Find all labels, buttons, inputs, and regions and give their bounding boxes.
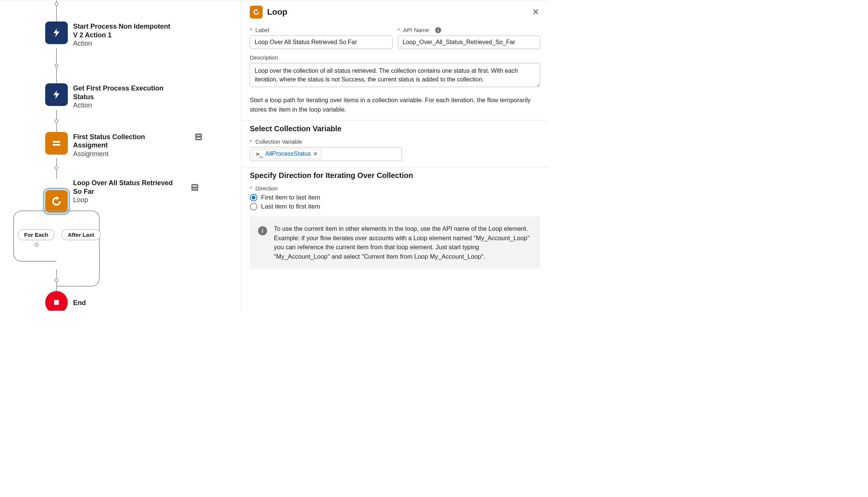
node-type: Assignment <box>73 150 175 158</box>
node-title: Start Process Non Idempotent V 2 Action … <box>73 22 175 39</box>
description-field-label: Description <box>250 54 540 61</box>
note-icon[interactable] <box>191 184 198 191</box>
node-type: Loop <box>73 196 175 204</box>
note-icon[interactable] <box>195 133 202 140</box>
label-input[interactable] <box>250 35 393 49</box>
direction-label: *Direction <box>250 185 540 192</box>
radio-label: First item to last item <box>261 194 320 201</box>
stop-icon <box>45 291 68 311</box>
info-icon: i <box>258 226 267 235</box>
collection-variable-token[interactable]: >_ AllProcessStatus ✕ <box>252 149 321 159</box>
equals-icon <box>45 132 68 155</box>
branch-for-each[interactable]: For Each <box>18 229 55 240</box>
apiname-input[interactable] <box>398 35 541 49</box>
token-name: AllProcessStatus <box>265 150 311 157</box>
node-title: End <box>73 299 86 307</box>
direction-option-first-to-last[interactable]: First item to last item <box>250 194 540 201</box>
direction-option-last-to-first[interactable]: Last item to first item <box>250 203 540 210</box>
callout-text: To use the current item in other element… <box>274 224 532 261</box>
node-title: First Status Collection Assigment <box>73 133 175 150</box>
lightning-icon <box>45 21 68 44</box>
loop-help-text: Start a loop path for iterating over ite… <box>250 95 540 114</box>
flow-canvas[interactable]: Start Process Non Idempotent V 2 Action … <box>0 0 241 311</box>
collection-variable-input[interactable]: >_ AllProcessStatus ✕ <box>250 147 402 161</box>
node-type: Action <box>73 39 175 48</box>
details-panel: Loop *Label *API Name i Description Loop… <box>241 0 549 311</box>
label-field-label: *Label <box>250 27 393 33</box>
radio-label: Last item to first item <box>261 203 320 210</box>
flow-node-end[interactable]: End <box>45 291 224 311</box>
direction-radio-group: First item to last item Last item to fir… <box>250 194 540 210</box>
flow-node-action-1[interactable]: Start Process Non Idempotent V 2 Action … <box>45 21 224 48</box>
direction-heading: Specify Direction for Iterating Over Col… <box>250 171 540 180</box>
svg-rect-1 <box>53 144 60 146</box>
collection-heading: Select Collection Variable <box>250 124 540 133</box>
resource-icon: >_ <box>256 150 263 158</box>
close-button[interactable] <box>531 6 540 18</box>
svg-rect-0 <box>53 141 60 143</box>
flow-node-action-2[interactable]: Get First Process Execution Status Actio… <box>45 83 224 110</box>
description-textarea[interactable]: Loop over the collection of all status r… <box>250 63 540 87</box>
loop-icon <box>250 6 263 18</box>
info-icon[interactable]: i <box>435 27 441 33</box>
node-type: Action <box>73 101 175 110</box>
token-remove-icon[interactable]: ✕ <box>313 150 318 157</box>
svg-rect-2 <box>54 300 59 305</box>
panel-title: Loop <box>267 7 287 17</box>
branch-after-last[interactable]: After Last <box>61 229 101 240</box>
radio-unchecked-icon <box>250 203 257 210</box>
collection-variable-label: *Collection Variable <box>250 138 540 145</box>
radio-checked-icon <box>250 194 257 201</box>
node-title: Get First Process Execution Status <box>73 84 175 101</box>
loop-branches: For Each After Last <box>13 210 119 271</box>
panel-header: Loop <box>241 0 549 23</box>
flow-node-assignment[interactable]: First Status Collection Assigment Assign… <box>45 132 224 158</box>
apiname-field-label: *API Name i <box>398 27 541 33</box>
node-title: Loop Over All Status Retrieved So Far <box>73 179 175 196</box>
lightning-icon <box>45 83 68 106</box>
loop-icon[interactable] <box>45 190 68 213</box>
info-callout: i To use the current item in other eleme… <box>250 216 540 269</box>
